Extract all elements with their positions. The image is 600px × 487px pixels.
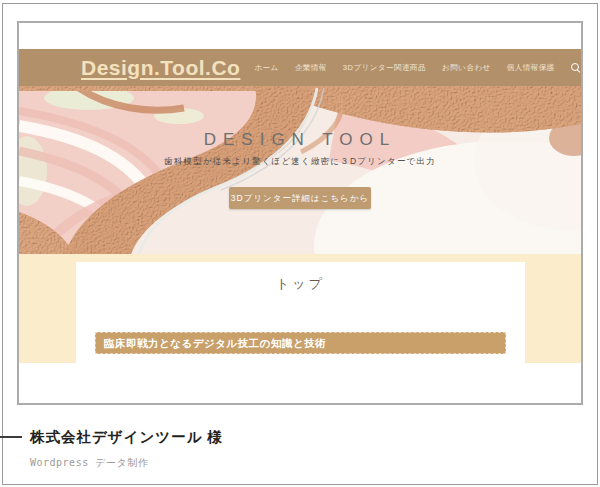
screenshot-top-margin [19, 23, 581, 49]
website-screenshot: Design.Tool.Co ホーム 企業情報 3Dプリンター関連商品 お問い合… [17, 21, 583, 405]
content-card: トップ 臨床即戦力となるデジタル技工の知識と技術 [76, 262, 525, 363]
hero-title: DESIGN TOOL [19, 130, 581, 150]
hero-cta-button[interactable]: 3Dプリンター詳細はこちらから [229, 187, 371, 209]
hero-section: DESIGN TOOL 歯科模型が従来より驚くほど速く緻密に３Dプリンターで出力… [19, 86, 581, 254]
client-name: 株式会社デザインツール 様 [30, 428, 223, 447]
nav-item-home[interactable]: ホーム [254, 63, 278, 73]
site-header: Design.Tool.Co ホーム 企業情報 3Dプリンター関連商品 お問い合… [19, 49, 581, 86]
search-icon[interactable] [571, 63, 581, 73]
caption-dash-line [0, 436, 22, 438]
nav-item-privacy[interactable]: 個人情報保護 [507, 63, 555, 73]
work-type: Wordpress データ制作 [30, 456, 148, 470]
hero-marble-image [19, 86, 581, 254]
nav-item-company[interactable]: 企業情報 [295, 63, 327, 73]
article-link-banner[interactable]: 臨床即戦力となるデジタル技工の知識と技術 [95, 332, 506, 354]
nav-item-contact[interactable]: お問い合わせ [442, 63, 491, 73]
hero-subtitle: 歯科模型が従来より驚くほど速く緻密に３Dプリンターで出力 [19, 156, 581, 168]
top-content-section: トップ 臨床即戦力となるデジタル技工の知識と技術 [19, 254, 581, 363]
site-logo[interactable]: Design.Tool.Co [81, 56, 240, 80]
main-nav: ホーム 企業情報 3Dプリンター関連商品 お問い合わせ 個人情報保護 [254, 63, 554, 73]
section-heading: トップ [76, 275, 525, 293]
nav-item-3dprinter-products[interactable]: 3Dプリンター関連商品 [343, 63, 426, 73]
